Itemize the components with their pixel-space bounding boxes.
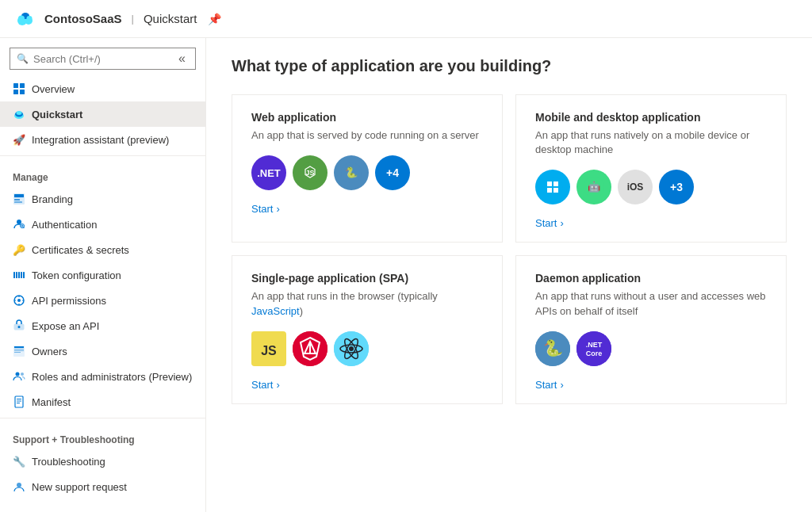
- authentication-icon: [13, 218, 25, 231]
- svg-rect-47: [547, 188, 552, 193]
- daemon-card[interactable]: Daemon application An app that runs with…: [515, 255, 787, 403]
- new-support-icon: [13, 480, 25, 493]
- start-chevron3: ›: [276, 379, 279, 391]
- sidebar-item-api-permissions[interactable]: API permissions: [0, 288, 205, 313]
- token-label: Token configuration: [32, 269, 121, 281]
- mobile-desktop-desc: An app that runs natively on a mobile de…: [535, 128, 767, 157]
- support-section-label: Support + Troubleshooting: [0, 422, 205, 449]
- svg-rect-8: [13, 90, 18, 94]
- api-permissions-icon: [13, 294, 25, 307]
- sidebar-item-integration[interactable]: 🚀 Integration assistant (preview): [0, 127, 205, 152]
- search-box[interactable]: 🔍 «: [10, 48, 196, 70]
- main-layout: 🔍 « Overview: [0, 38, 812, 512]
- owners-icon: [13, 345, 25, 357]
- sidebar-item-troubleshooting[interactable]: 🔧 Troubleshooting: [0, 449, 205, 474]
- mobile-desktop-title: Mobile and desktop application: [535, 111, 767, 124]
- collapse-button[interactable]: «: [175, 52, 189, 66]
- branding-label: Branding: [32, 193, 73, 205]
- nodejs-icon: JS: [293, 155, 327, 190]
- svg-text:🐍: 🐍: [345, 166, 358, 179]
- svg-rect-6: [13, 83, 18, 88]
- app-container: ContosoSaaS | Quickstart 📌 🔍 «: [0, 0, 812, 512]
- svg-rect-23: [23, 272, 25, 278]
- search-input[interactable]: [33, 53, 170, 65]
- web-app-desc: An app that is served by code running on…: [251, 128, 483, 143]
- svg-point-4: [18, 15, 25, 21]
- svg-point-44: [542, 177, 563, 197]
- api-permissions-label: API permissions: [32, 295, 106, 307]
- svg-rect-45: [547, 181, 552, 186]
- sidebar-item-roles[interactable]: Roles and administrators (Preview): [0, 364, 205, 389]
- content-area: What type of application are you buildin…: [206, 38, 812, 512]
- manifest-label: Manifest: [32, 396, 71, 408]
- overview-label: Overview: [32, 83, 75, 95]
- start-chevron4: ›: [560, 379, 563, 391]
- svg-point-58: [349, 346, 354, 351]
- integration-label: Integration assistant (preview): [32, 134, 169, 146]
- svg-text:.NET: .NET: [586, 341, 603, 349]
- certificates-icon: 🔑: [13, 243, 25, 256]
- svg-rect-19: [13, 272, 15, 278]
- roles-label: Roles and administrators (Preview): [32, 371, 192, 383]
- daemon-title: Daemon application: [535, 272, 767, 285]
- python-icon: 🐍: [334, 155, 369, 190]
- page-title: What type of application are you buildin…: [232, 57, 787, 75]
- spa-start[interactable]: Start ›: [251, 379, 483, 391]
- svg-text:🐍: 🐍: [543, 338, 563, 357]
- sidebar-item-certificates[interactable]: 🔑 Certificates & secrets: [0, 237, 205, 262]
- roles-icon: [13, 370, 25, 383]
- daemon-start[interactable]: Start ›: [535, 379, 767, 391]
- web-app-card[interactable]: Web application An app that is served by…: [232, 94, 503, 243]
- overview-icon: [13, 82, 25, 95]
- svg-rect-20: [16, 272, 17, 278]
- sidebar-item-quickstart[interactable]: Quickstart: [0, 101, 205, 127]
- svg-point-39: [17, 483, 21, 487]
- search-icon: 🔍: [17, 53, 29, 64]
- app-name: ContosoSaaS: [44, 12, 122, 25]
- svg-rect-29: [14, 346, 24, 348]
- sidebar-item-overview[interactable]: Overview: [0, 76, 205, 101]
- svg-rect-16: [14, 201, 22, 203]
- troubleshooting-label: Troubleshooting: [32, 456, 105, 468]
- mobile-desktop-card[interactable]: Mobile and desktop application An app th…: [515, 94, 787, 243]
- sidebar-item-branding[interactable]: Branding: [0, 186, 205, 212]
- mobile-desktop-icons: 🤖 iOS +3: [535, 170, 767, 204]
- quickstart-label: Quickstart: [32, 109, 82, 120]
- cards-grid: Web application An app that is served by…: [232, 94, 787, 404]
- sidebar: 🔍 « Overview: [0, 38, 206, 512]
- svg-text:JS: JS: [305, 169, 314, 177]
- svg-rect-30: [14, 349, 24, 350]
- authentication-label: Authentication: [32, 219, 97, 231]
- spa-icons: JS: [251, 331, 483, 366]
- sidebar-item-owners[interactable]: Owners: [0, 338, 205, 364]
- react-icon: [334, 331, 369, 366]
- spa-card[interactable]: Single-page application (SPA) An app tha…: [232, 255, 503, 403]
- header-separator: |: [132, 13, 134, 25]
- app-icon: [13, 6, 38, 32]
- support-divider: [0, 418, 205, 418]
- manage-section-label: Manage: [0, 159, 205, 186]
- svg-rect-38: [17, 403, 20, 403]
- svg-point-12: [17, 111, 22, 115]
- troubleshooting-icon: 🔧: [13, 455, 25, 468]
- svg-point-33: [16, 373, 20, 376]
- sidebar-item-new-support[interactable]: New support request: [0, 474, 205, 499]
- svg-rect-31: [14, 350, 24, 351]
- daemon-desc: An app that runs without a user and acce…: [535, 289, 767, 318]
- mobile-desktop-start[interactable]: Start ›: [535, 217, 767, 229]
- svg-rect-22: [21, 272, 22, 278]
- new-support-label: New support request: [32, 481, 127, 493]
- svg-rect-21: [18, 272, 20, 278]
- sidebar-item-manifest[interactable]: Manifest: [0, 389, 205, 415]
- sidebar-item-expose-api[interactable]: Expose an API: [0, 313, 205, 338]
- sidebar-item-authentication[interactable]: Authentication: [0, 212, 205, 237]
- owners-label: Owners: [32, 346, 67, 357]
- svg-point-64: [576, 331, 611, 366]
- svg-rect-15: [14, 199, 20, 201]
- web-app-start[interactable]: Start ›: [251, 203, 483, 215]
- svg-rect-36: [17, 399, 21, 399]
- svg-rect-7: [20, 83, 25, 88]
- sidebar-item-token[interactable]: Token configuration: [0, 262, 205, 288]
- pin-icon[interactable]: 📌: [208, 13, 221, 25]
- svg-rect-46: [553, 181, 558, 186]
